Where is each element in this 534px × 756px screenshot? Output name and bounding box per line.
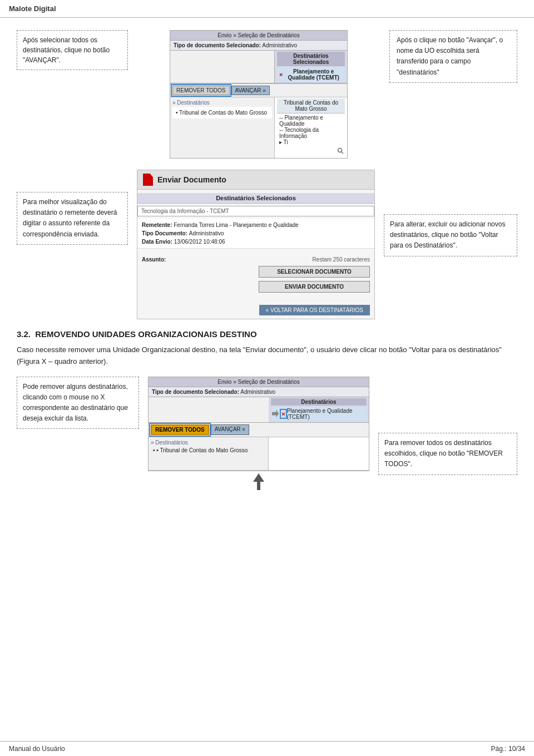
section-heading: 3.2. REMOVENDO UNIDADES ORGANIZACIONAIS … bbox=[17, 329, 517, 339]
mid-callout-right: Para alterar, excluir ou adicionar novos… bbox=[384, 214, 517, 256]
dest-field: Tecnologia da Informação - TCEMT bbox=[137, 206, 374, 216]
bottom-section: Pode remover alguns destinatários, clica… bbox=[17, 377, 517, 492]
ui-col-right: Destinatários Selecionados × Planejament… bbox=[275, 51, 347, 83]
x-remove-icon[interactable]: × bbox=[281, 411, 285, 417]
remover-todos-btn[interactable]: REMOVER TODOS bbox=[172, 86, 230, 95]
selecionar-doc-btn[interactable]: SELECIONAR DOCUMENTO bbox=[259, 266, 370, 278]
doc-icon bbox=[143, 174, 153, 186]
ui-cols: Destinatários Selecionados × Planejament… bbox=[170, 51, 347, 83]
bottom-screenshot: Envio » Seleção de Destinatários Tipo de… bbox=[148, 377, 369, 492]
ui-col-left bbox=[170, 51, 275, 83]
ui-dest-item: × Planejamento e Qualidade (TCEMT) bbox=[277, 67, 345, 82]
voltar-destinatarios-btn[interactable]: « VOLTAR PARA OS DESTINATÁRIOS bbox=[259, 305, 370, 315]
header-title: Malote Digital bbox=[9, 4, 56, 13]
avancar-btn[interactable]: AVANÇAR » bbox=[231, 86, 270, 95]
section-intro: Caso necessite remover uma Unidade Organ… bbox=[17, 344, 517, 368]
page-footer: Manual do Usuário Pág.: 10/34 bbox=[0, 741, 534, 756]
top-screenshot: Envio » Seleção de Destinatários Tipo de… bbox=[170, 30, 348, 159]
enviar-doc-mockup: Enviar Documento Destinatários Seleciona… bbox=[137, 170, 375, 319]
svg-line-1 bbox=[342, 152, 343, 154]
ui-tree: Tribunal de Contas do Mato Grosso bbox=[172, 107, 272, 118]
svg-marker-2 bbox=[253, 473, 264, 490]
top-callout-right: Após o clique no botão "Avançar", o nome… bbox=[389, 30, 517, 83]
page-header: Malote Digital bbox=[0, 0, 534, 18]
x-icon: × bbox=[279, 71, 283, 78]
top-callout-left: Após selecionar todos os destinatários, … bbox=[17, 30, 128, 70]
mid-callout-left: Para melhor visualização do destinatário… bbox=[17, 192, 128, 245]
ui-panel-left: » Destinatários Tribunal de Contas do Ma… bbox=[170, 97, 275, 158]
restam-text: Restam 250 caracteres bbox=[259, 256, 370, 263]
bottom-remover-todos-btn[interactable]: REMOVER TODOS bbox=[151, 424, 209, 435]
ui-type-row: Tipo de documento Selecionado: Administr… bbox=[170, 41, 347, 51]
arrow-icon bbox=[272, 410, 279, 418]
bottom-avancar-btn[interactable]: AVANÇAR » bbox=[211, 424, 249, 435]
bottom-callout-left: Pode remover alguns destinatários, clica… bbox=[17, 377, 139, 429]
enviar-doc-btn[interactable]: ENVIAR DOCUMENTO bbox=[259, 281, 370, 293]
bottom-callout-right: Para remover todos os destinatários esco… bbox=[378, 433, 517, 475]
footer-left: Manual do Usuário bbox=[9, 745, 65, 753]
search-icon bbox=[337, 147, 344, 156]
ui-panel: » Destinatários Tribunal de Contas do Ma… bbox=[170, 97, 347, 158]
ui-panel-right: Tribunal de Contas do Mato Grosso -- Pla… bbox=[275, 97, 347, 158]
enviar-doc-title: Enviar Documento bbox=[137, 170, 374, 190]
ui-actions: REMOVER TODOS AVANÇAR » bbox=[170, 83, 347, 97]
svg-point-0 bbox=[338, 149, 342, 152]
ui-title: Envio » Seleção de Destinatários bbox=[170, 31, 347, 41]
arrow-up-indicator bbox=[148, 473, 369, 492]
dest-selecionados-label: Destinatários Selecionados bbox=[137, 193, 374, 204]
footer-right: Pág.: 10/34 bbox=[491, 745, 525, 753]
